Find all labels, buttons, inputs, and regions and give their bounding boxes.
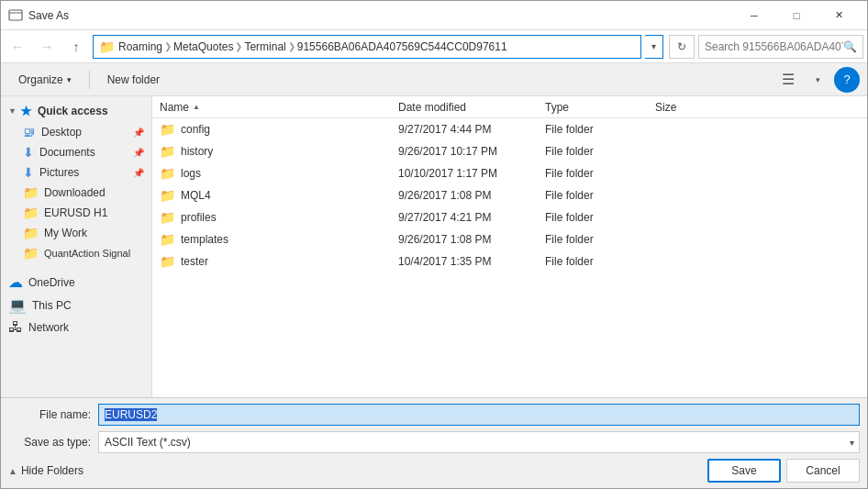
sidebar-item-desktop[interactable]: 🖳 Desktop 📌	[1, 122, 151, 142]
network-label: Network	[28, 321, 69, 334]
file-date-cell: 10/10/2017 1:17 PM	[398, 167, 545, 180]
file-date-cell: 9/27/2017 4:21 PM	[398, 211, 545, 224]
folder-icon: 📁	[160, 210, 175, 225]
hide-folders-button[interactable]: ▲ Hide Folders	[8, 464, 83, 477]
quantaction-label: QuantAction Signal	[44, 248, 130, 259]
file-date-cell: 9/26/2017 1:08 PM	[398, 233, 545, 246]
save-as-type-container: ASCII Text (*.csv)CSV (*.csv)All Files (…	[98, 431, 860, 453]
hide-folders-chevron-icon: ▲	[8, 466, 17, 476]
folder-icon: 📁	[160, 144, 175, 159]
maximize-button[interactable]: □	[775, 1, 818, 30]
sidebar-item-documents[interactable]: ⬇ Documents 📌	[1, 142, 151, 162]
save-as-type-select[interactable]: ASCII Text (*.csv)CSV (*.csv)All Files (…	[98, 431, 860, 453]
file-type-cell: File folder	[545, 167, 655, 180]
forward-button[interactable]: →	[34, 34, 60, 60]
crumb-guid: 915566BA06ADA407569C544CC0D97611	[297, 40, 507, 53]
file-date-cell: 10/4/2017 1:35 PM	[398, 255, 545, 268]
col-date-label: Date modified	[398, 101, 466, 114]
sidebar: ▼ ★ Quick access 🖳 Desktop 📌 ⬇ Documents…	[1, 96, 152, 397]
column-date-button[interactable]: Date modified	[398, 101, 545, 114]
folder-icon: 📁	[160, 166, 175, 181]
file-type-cell: File folder	[545, 145, 655, 158]
table-row[interactable]: 📁 profiles 9/27/2017 4:21 PM File folder	[152, 206, 867, 228]
file-area: Name ▲ Date modified Type Size 📁 config …	[152, 96, 867, 397]
file-name-cell: config	[181, 123, 210, 136]
view-options-button[interactable]: ☰	[775, 68, 801, 92]
crumb-metaquotes: MetaQuotes	[173, 40, 233, 53]
save-as-dialog: Save As ─ □ ✕ ← → ↑ 📁 Roaming ❯ MetaQuot…	[0, 0, 868, 489]
folder-icon: 📁	[160, 232, 175, 247]
up-button[interactable]: ↑	[63, 34, 89, 60]
quick-access-chevron-icon: ▼	[8, 106, 17, 116]
file-name-cell: MQL4	[181, 189, 211, 202]
sidebar-item-mywork[interactable]: 📁 My Work	[1, 223, 151, 243]
file-name-input[interactable]	[98, 404, 860, 426]
pin-icon-documents: 📌	[133, 148, 144, 158]
onedrive-icon: ☁	[8, 273, 23, 291]
file-name-row: File name:	[8, 404, 860, 426]
hide-folders-label: Hide Folders	[21, 464, 83, 477]
pictures-label: Pictures	[39, 166, 79, 179]
bottom-bar: File name: Save as type: ASCII Text (*.c…	[1, 397, 867, 488]
file-type-cell: File folder	[545, 233, 655, 246]
back-button[interactable]: ←	[5, 34, 30, 60]
sidebar-item-network[interactable]: 🖧 Network	[1, 317, 151, 339]
organize-chevron-icon: ▾	[67, 75, 72, 84]
crumb-roaming: Roaming	[118, 40, 162, 53]
help-button[interactable]: ?	[834, 67, 860, 93]
folder-icon: 📁	[160, 254, 175, 269]
sidebar-item-thispc[interactable]: 💻 This PC	[1, 294, 151, 317]
file-date-cell: 9/26/2017 1:08 PM	[398, 189, 545, 202]
pin-icon-pictures: 📌	[133, 168, 144, 178]
action-row: ▲ Hide Folders Save Cancel	[8, 459, 860, 483]
sidebar-item-quantaction[interactable]: 📁 QuantAction Signal	[1, 243, 151, 263]
file-name-cell: profiles	[181, 211, 217, 224]
column-size-button[interactable]: Size	[655, 101, 729, 114]
dialog-title: Save As	[28, 9, 733, 22]
organize-label: Organize	[18, 73, 63, 86]
table-row[interactable]: 📁 templates 9/26/2017 1:08 PM File folde…	[152, 228, 867, 250]
column-name-button[interactable]: Name ▲	[160, 101, 398, 114]
desktop-label: Desktop	[41, 126, 82, 139]
sidebar-item-downloaded[interactable]: 📁 Downloaded	[1, 183, 151, 203]
col-type-label: Type	[545, 101, 569, 114]
file-name-cell: tester	[181, 255, 208, 268]
desktop-icon: 🖳	[23, 125, 36, 139]
address-dropdown-button[interactable]: ▾	[645, 35, 663, 59]
table-row[interactable]: 📁 tester 10/4/2017 1:35 PM File folder	[152, 250, 867, 272]
search-icon[interactable]: 🔍	[843, 40, 857, 53]
title-bar: Save As ─ □ ✕	[1, 1, 867, 30]
refresh-button[interactable]: ↻	[669, 35, 695, 59]
folder-icon: 📁	[160, 122, 175, 137]
save-label: Save	[731, 464, 756, 477]
organize-button[interactable]: Organize ▾	[8, 68, 82, 92]
sidebar-item-pictures[interactable]: ⬇ Pictures 📌	[1, 162, 151, 183]
new-folder-button[interactable]: New folder	[97, 68, 170, 92]
pictures-icon: ⬇	[23, 165, 34, 180]
cancel-button[interactable]: Cancel	[786, 459, 860, 483]
address-crumbs: 📁 Roaming ❯ MetaQuotes ❯ Terminal ❯ 9155…	[99, 39, 507, 54]
documents-icon: ⬇	[23, 145, 34, 160]
close-button[interactable]: ✕	[818, 1, 860, 30]
address-bar[interactable]: 📁 Roaming ❯ MetaQuotes ❯ Terminal ❯ 9155…	[93, 35, 641, 59]
window-controls: ─ □ ✕	[733, 1, 860, 30]
sidebar-section-quick-access[interactable]: ▼ ★ Quick access	[1, 100, 151, 122]
column-type-button[interactable]: Type	[545, 101, 655, 114]
sep1: ❯	[164, 41, 172, 51]
table-row[interactable]: 📁 MQL4 9/26/2017 1:08 PM File folder	[152, 184, 867, 206]
table-row[interactable]: 📁 history 9/26/2017 10:17 PM File folder	[152, 140, 867, 162]
save-as-type-label: Save as type:	[8, 436, 91, 449]
quick-access-label: Quick access	[38, 105, 108, 117]
sidebar-item-eurusd[interactable]: 📁 EURUSD H1	[1, 203, 151, 223]
view-dropdown-button[interactable]: ▾	[805, 68, 830, 92]
save-button[interactable]: Save	[707, 459, 781, 483]
table-row[interactable]: 📁 logs 10/10/2017 1:17 PM File folder	[152, 162, 867, 184]
crumb-terminal: Terminal	[244, 40, 285, 53]
minimize-button[interactable]: ─	[733, 1, 775, 30]
eurusd-icon: 📁	[23, 206, 39, 220]
sidebar-item-onedrive[interactable]: ☁ OneDrive	[1, 271, 151, 294]
onedrive-label: OneDrive	[28, 276, 75, 289]
table-row[interactable]: 📁 config 9/27/2017 4:44 PM File folder	[152, 118, 867, 140]
search-input[interactable]	[705, 40, 843, 53]
folder-icon: 📁	[160, 188, 175, 203]
